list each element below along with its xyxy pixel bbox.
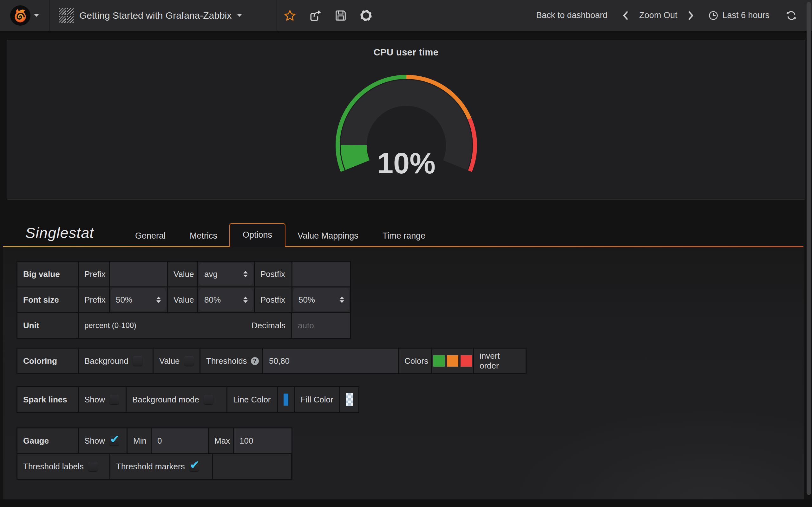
prefix-fontsize-select-cell: 50%	[110, 287, 167, 312]
select-caret-icon	[156, 297, 161, 303]
value-label: Value	[168, 287, 197, 312]
big-value-label: Big value	[17, 262, 78, 286]
threshold-markers-checkbox[interactable]: ✔	[189, 462, 199, 471]
refresh-icon[interactable]	[786, 10, 797, 21]
chevron-left-icon[interactable]	[621, 11, 629, 20]
value-label: Value	[168, 262, 197, 286]
prefix-fontsize-select[interactable]: 50%	[111, 288, 166, 311]
chevron-down-icon	[34, 14, 39, 17]
value-options-table: Big value Prefix Value avg Postfix Font …	[16, 261, 351, 339]
coloring-row: Coloring Background ✔ Value ✔ Thresholds…	[17, 349, 525, 373]
sparklines-row: Spark lines Show ✔ Background mode ✔ Lin…	[17, 387, 358, 412]
checkmark-icon: ✔	[190, 458, 200, 472]
dashboard-grid-icon	[59, 8, 73, 23]
gauge-label: Gauge	[17, 429, 78, 453]
unit-picker[interactable]: percent (0-100)	[84, 321, 136, 330]
gauge-row: Gauge Show ✔ Min 0 Max 100	[17, 429, 292, 453]
editor-tabs: General Metrics Options Value Mappings T…	[123, 223, 438, 247]
settings-button[interactable]	[353, 0, 379, 31]
postfix-label: Postfix	[255, 262, 292, 286]
show-label: Show	[84, 395, 105, 405]
value-color-checkbox[interactable]: ✔	[184, 356, 194, 366]
tab-general[interactable]: General	[123, 225, 177, 247]
postfix-fontsize-value: 50%	[299, 295, 315, 305]
big-value-prefix-input[interactable]	[110, 262, 167, 286]
time-range-label: Last 6 hours	[722, 10, 769, 20]
min-input[interactable]: 0	[152, 429, 208, 453]
threshold-labels-label: Threshold labels	[23, 462, 84, 471]
dashboard-title-menu[interactable]: Getting Started with Grafana-Zabbix	[49, 0, 277, 31]
gear-icon	[360, 9, 372, 21]
font-size-label: Font size	[17, 287, 78, 312]
min-label: Min	[128, 429, 151, 453]
gauge-show-cell: Show ✔	[79, 429, 126, 453]
big-value-stat-select-cell: avg	[198, 262, 254, 286]
grafana-menu-button[interactable]	[0, 0, 49, 31]
line-color-swatch[interactable]	[284, 394, 288, 406]
back-to-dashboard-link[interactable]: Back to dashboard	[536, 10, 607, 20]
invert-order-label: invert order	[479, 351, 520, 371]
value-color-toggle-cell: Value ✔	[154, 349, 200, 373]
gauge-show-checkbox[interactable]: ✔	[109, 436, 119, 446]
gauge-options-table: Gauge Show ✔ Min 0 Max 100 Threshold lab…	[16, 428, 293, 480]
zoom-out-button[interactable]: Zoom Out	[639, 10, 677, 20]
threshold-color-swatch-orange[interactable]	[447, 355, 458, 367]
vertical-scrollbar[interactable]	[807, 2, 811, 495]
fill-color-label: Fill Color	[295, 387, 339, 412]
threshold-markers-label: Threshold markers	[116, 462, 185, 471]
gauge-value-text: 10%	[377, 147, 436, 178]
thresholds-label: Thresholds	[206, 356, 247, 366]
max-input[interactable]: 100	[234, 429, 292, 453]
top-navbar: Getting Started with Grafana-Zabbix Back…	[0, 0, 812, 32]
help-icon[interactable]: ?	[251, 357, 259, 365]
select-caret-icon	[340, 297, 344, 303]
sparklines-label: Spark lines	[17, 387, 78, 412]
stat-select[interactable]: avg	[199, 263, 253, 285]
gauge-chart: 10%	[335, 73, 478, 178]
save-button[interactable]	[328, 0, 353, 31]
star-button[interactable]	[277, 0, 303, 31]
background-mode-checkbox[interactable]: ✔	[204, 395, 213, 404]
thresholds-label-cell: Thresholds ?	[200, 349, 262, 373]
threshold-color-swatch-red[interactable]	[461, 355, 472, 367]
value-color-label: Value	[159, 356, 180, 366]
sparkline-show-checkbox[interactable]: ✔	[109, 395, 119, 404]
big-value-postfix-input[interactable]	[293, 262, 350, 286]
tab-value-mappings[interactable]: Value Mappings	[286, 225, 370, 247]
tab-time-range[interactable]: Time range	[370, 225, 438, 247]
share-button[interactable]	[303, 0, 328, 31]
navbar-right-controls: Back to dashboard Zoom Out Last 6 hours	[536, 0, 812, 31]
editor-title: Singlestat	[26, 224, 94, 241]
threshold-markers-cell: Threshold markers ✔	[110, 454, 212, 479]
fill-color-swatch[interactable]	[346, 393, 353, 406]
background-checkbox[interactable]: ✔	[133, 356, 142, 366]
line-color-label: Line Color	[227, 387, 277, 412]
threshold-color-swatch-green[interactable]	[433, 355, 445, 367]
coloring-table: Coloring Background ✔ Value ✔ Thresholds…	[16, 348, 526, 374]
threshold-labels-cell: Threshold labels ✔	[17, 454, 109, 479]
invert-order-button[interactable]: invert order	[474, 349, 525, 373]
dashboard-title: Getting Started with Grafana-Zabbix	[79, 10, 232, 21]
fill-color-cell	[340, 387, 358, 412]
time-picker-button[interactable]: Last 6 hours	[708, 10, 769, 20]
value-fontsize-select[interactable]: 80%	[199, 288, 253, 311]
singlestat-panel[interactable]: CPU user time 10%	[7, 40, 805, 200]
tab-options[interactable]: Options	[229, 223, 286, 247]
line-color-cell	[278, 387, 294, 412]
chevron-right-icon[interactable]	[687, 11, 695, 20]
panel-title: CPU user time	[7, 47, 805, 58]
tab-metrics[interactable]: Metrics	[177, 225, 229, 247]
threshold-labels-checkbox[interactable]: ✔	[88, 462, 98, 471]
select-caret-icon	[243, 297, 248, 303]
thresholds-input[interactable]: 50,80	[263, 349, 398, 373]
unit-value-cell: percent (0-100) Decimals	[79, 313, 291, 338]
max-label: Max	[209, 429, 233, 453]
postfix-fontsize-select[interactable]: 50%	[293, 288, 349, 311]
select-caret-icon	[243, 271, 248, 277]
checkmark-icon: ✔	[110, 432, 120, 446]
decimals-input[interactable]: auto	[292, 313, 350, 338]
panel-editor-header: Singlestat General Metrics Options Value…	[0, 209, 812, 247]
sparkline-show-cell: Show ✔	[79, 387, 125, 412]
background-label: Background	[84, 356, 129, 366]
chevron-down-icon	[237, 14, 242, 17]
